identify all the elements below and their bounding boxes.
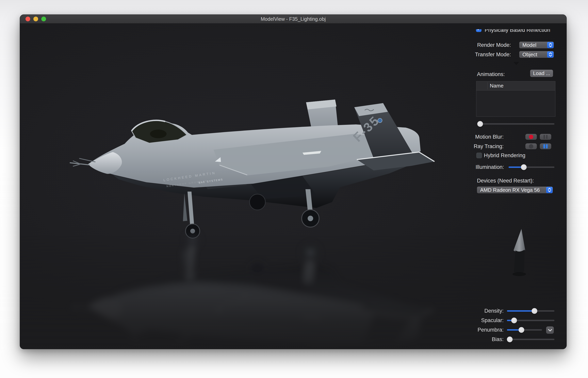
transfer-mode-popup[interactable]: Object — [519, 51, 554, 58]
bias-label: Bias: — [444, 336, 504, 343]
slider-knob[interactable] — [507, 337, 513, 342]
penumbra-label: Penumbra: — [444, 326, 504, 333]
spacular-slider[interactable] — [507, 317, 554, 323]
transfer-mode-value: Object — [522, 52, 537, 57]
hybrid-rendering-checkbox[interactable]: ✓ — [476, 153, 482, 158]
motion-blur-label: Motion Blur: — [444, 134, 504, 140]
record-icon — [529, 135, 533, 139]
timeline-slider[interactable] — [479, 121, 554, 127]
transfer-mode-label: Transfer Mode: — [452, 51, 511, 58]
devices-label: Devices (Need Restart): — [477, 177, 534, 184]
slider-knob[interactable] — [519, 327, 524, 333]
pause-icon — [544, 135, 545, 139]
spacular-label: Spacular: — [444, 317, 504, 324]
illumination-label: Illumination: — [445, 164, 504, 170]
stepper-icon — [547, 51, 554, 58]
chevron-down-icon — [548, 329, 552, 332]
pause-icon — [544, 144, 545, 148]
slider-knob[interactable] — [532, 308, 537, 314]
motion-blur-pause-button[interactable] — [540, 134, 551, 140]
slider-knob[interactable] — [511, 318, 517, 323]
penumbra-expand-button[interactable] — [546, 326, 554, 334]
content-area: F-35 LOCKHEED MARTIN NORTHROP GRUMMAN BA… — [20, 23, 566, 349]
slider-knob[interactable] — [521, 164, 527, 170]
render-mode-label: Render Mode: — [452, 42, 511, 48]
density-slider[interactable] — [507, 308, 554, 314]
pause-icon — [546, 135, 547, 139]
window-title: ModelView - F35_Lighting.obj — [20, 15, 566, 23]
animations-table-header[interactable]: Name — [476, 81, 555, 91]
render-mode-popup[interactable]: Model — [519, 42, 554, 48]
illumination-slider[interactable] — [508, 164, 554, 170]
record-icon — [529, 144, 533, 148]
ray-tracing-pause-button[interactable] — [540, 143, 551, 149]
hybrid-rendering-label: Hybrid Rendering — [484, 152, 525, 159]
penumbra-slider[interactable] — [507, 327, 542, 333]
stepper-icon — [547, 42, 554, 48]
ray-tracing-record-button[interactable] — [525, 143, 537, 149]
title-bar[interactable]: ModelView - F35_Lighting.obj — [20, 15, 566, 24]
name-column-header[interactable]: Name — [490, 81, 504, 90]
stepper-icon — [546, 187, 553, 193]
devices-value: AMD Radeon RX Vega 56 — [480, 187, 540, 193]
slider-track — [479, 123, 554, 125]
ray-tracing-label: Ray Tracing: — [444, 143, 504, 150]
motion-blur-record-button[interactable] — [525, 134, 537, 140]
render-mode-value: Model — [522, 42, 536, 48]
load-animations-button[interactable]: Load ... — [530, 70, 553, 77]
slider-track — [507, 339, 554, 340]
animations-label: Animations: — [477, 71, 505, 78]
slider-knob[interactable] — [477, 121, 483, 127]
pause-icon — [546, 144, 547, 148]
devices-popup[interactable]: AMD Radeon RX Vega 56 — [477, 187, 553, 193]
bias-slider[interactable] — [507, 336, 554, 342]
density-label: Density: — [444, 308, 504, 314]
slider-fill — [507, 310, 534, 312]
animations-table[interactable]: Name — [476, 81, 555, 117]
disclosure-triangle-icon[interactable] — [514, 62, 519, 65]
column-divider — [487, 82, 488, 89]
app-window: ModelView - F35_Lighting.obj — [20, 14, 567, 349]
desktop-background: { "window": { "title": "ModelView - F35_… — [0, 0, 588, 378]
